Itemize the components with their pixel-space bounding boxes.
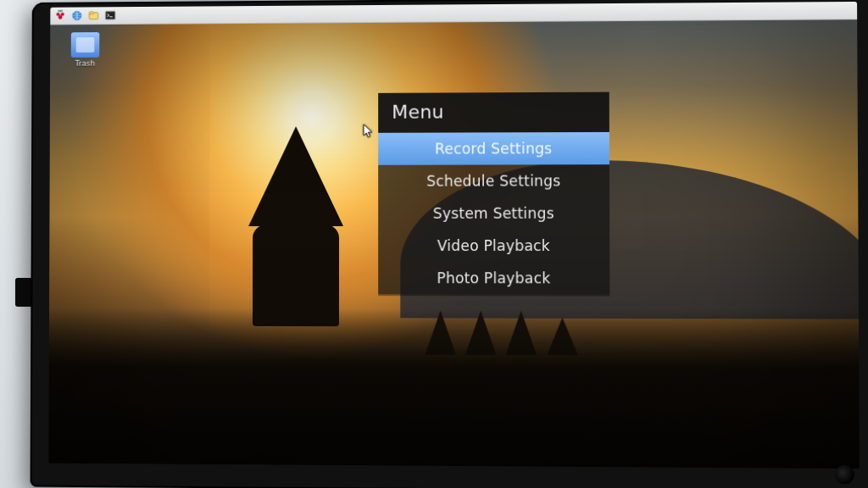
trash-icon xyxy=(71,32,100,58)
monitor-bezel: Trash Menu Record Settings Schedule Sett… xyxy=(31,0,868,488)
osd-item-video-playback[interactable]: Video Playback xyxy=(378,230,609,262)
photo-background: Trash Menu Record Settings Schedule Sett… xyxy=(0,0,868,488)
trash-desktop-icon[interactable]: Trash xyxy=(64,32,107,68)
svg-rect-6 xyxy=(106,11,115,19)
globe-icon[interactable] xyxy=(70,8,84,22)
osd-item-photo-playback[interactable]: Photo Playback xyxy=(378,262,609,295)
osd-item-record-settings[interactable]: Record Settings xyxy=(378,132,609,165)
osd-menu: Menu Record Settings Schedule Settings S… xyxy=(378,92,609,295)
osd-item-system-settings[interactable]: System Settings xyxy=(378,197,609,229)
monitor-button xyxy=(835,465,854,485)
osd-item-schedule-settings[interactable]: Schedule Settings xyxy=(378,164,609,197)
files-icon[interactable] xyxy=(87,8,101,22)
mouse-cursor xyxy=(363,124,373,139)
osd-title: Menu xyxy=(378,92,609,133)
raspberry-icon[interactable] xyxy=(53,9,67,23)
screen: Trash Menu Record Settings Schedule Sett… xyxy=(48,2,860,469)
trash-label: Trash xyxy=(64,59,107,68)
terminal-icon[interactable] xyxy=(103,8,117,22)
svg-rect-5 xyxy=(89,12,93,14)
